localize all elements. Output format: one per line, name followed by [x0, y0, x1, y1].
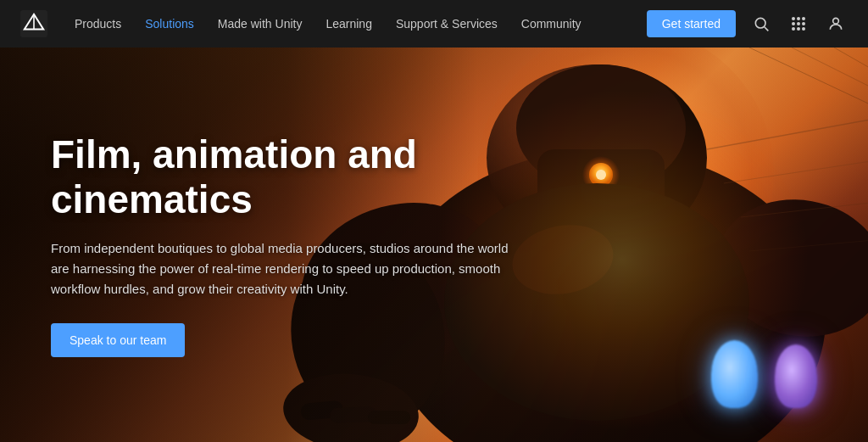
- nav-community[interactable]: Community: [521, 17, 581, 31]
- nav-solutions[interactable]: Solutions: [145, 17, 194, 31]
- svg-line-20: [834, 48, 868, 81]
- navbar: Products Solutions Made with Unity Learn…: [0, 0, 868, 48]
- search-icon: [753, 15, 770, 32]
- nav-learning[interactable]: Learning: [326, 17, 372, 31]
- svg-point-29: [755, 18, 765, 28]
- blue-character: [711, 340, 758, 408]
- nav-links: Products Solutions Made with Unity Learn…: [75, 17, 647, 31]
- unity-logo-icon: [20, 10, 47, 37]
- account-button[interactable]: [824, 12, 848, 36]
- get-started-button[interactable]: Get started: [647, 10, 736, 37]
- nav-made-with-unity[interactable]: Made with Unity: [218, 17, 303, 31]
- nav-support-services[interactable]: Support & Services: [396, 17, 498, 31]
- hero-content: Film, animation and cinematics From inde…: [0, 48, 576, 442]
- account-icon: [827, 15, 844, 32]
- hero-section: Products Solutions Made with Unity Learn…: [0, 0, 868, 442]
- small-characters: [711, 340, 817, 408]
- search-button[interactable]: [749, 12, 773, 36]
- svg-point-31: [833, 18, 839, 24]
- grid-button[interactable]: [787, 12, 810, 36]
- grid-icon: [792, 17, 805, 31]
- svg-line-18: [749, 48, 868, 115]
- nav-right: Get started: [647, 10, 848, 37]
- unity-logo[interactable]: [20, 10, 47, 37]
- purple-character: [775, 344, 817, 408]
- cta-button[interactable]: Speak to our team: [51, 323, 185, 357]
- nav-products[interactable]: Products: [75, 17, 121, 31]
- hero-description: From independent boutiques to global med…: [51, 238, 526, 299]
- hero-title: Film, animation and cinematics: [51, 132, 526, 222]
- svg-line-30: [765, 27, 769, 31]
